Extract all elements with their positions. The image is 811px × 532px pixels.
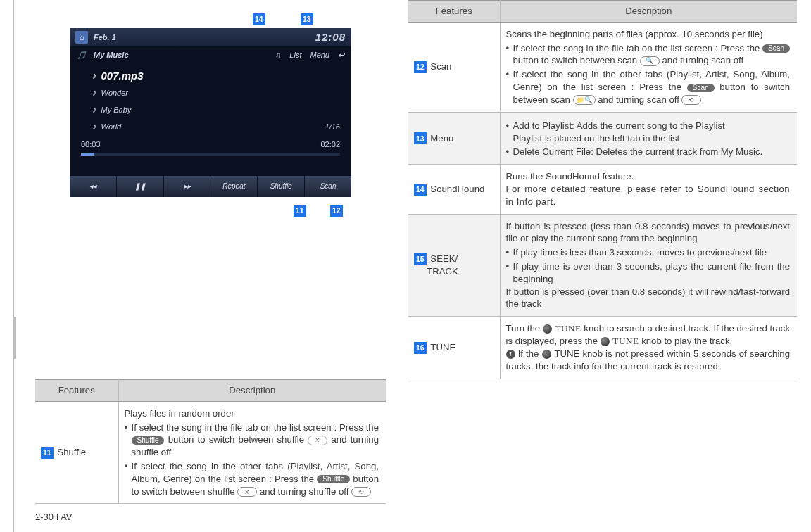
feature-cell-menu: 13 Menu — [408, 112, 500, 164]
callout-12: 12 — [330, 204, 343, 217]
left-column: 14 13 ⌂ Feb. 1 12:08 🎵 My Music ♫ List M… — [14, 0, 401, 532]
feature-cell-tune: 16 TUNE — [408, 317, 500, 379]
shuffle-pill: Shuffle — [132, 436, 165, 445]
ss-clock: 12:08 — [315, 30, 346, 44]
badge-11b: 11 — [41, 447, 54, 459]
callout-11: 11 — [294, 204, 306, 217]
row-shuffle: 11 Shuffle Plays files in random order I… — [35, 401, 386, 504]
soundhound-icon: ♫ — [275, 50, 281, 61]
callout-13: 13 — [301, 13, 313, 25]
home-icon: ⌂ — [75, 31, 88, 44]
row-seek-track: 15 SEEK/ TRACK If button is pressed (les… — [408, 214, 797, 317]
soundhound-note: For more detailed feature, please refer … — [506, 184, 791, 207]
ss-date: Feb. 1 — [94, 32, 116, 43]
th-features: Features — [408, 1, 500, 23]
tune-knob-icon — [543, 324, 552, 334]
feature-name: Menu — [430, 133, 453, 144]
table-header-row: Features Description — [35, 379, 386, 401]
feature-name: TUNE — [430, 342, 455, 353]
page-footer: 2-30 I AV — [35, 504, 386, 524]
scan-folder-icon: 📁🔍 — [573, 95, 596, 105]
note-icon: ♪ — [92, 70, 97, 82]
ss-title: My Music — [94, 50, 129, 61]
info-icon: i — [506, 350, 515, 359]
badge-14: 14 — [253, 13, 265, 25]
badge-11: 11 — [294, 205, 306, 217]
desc-cell-seek: If button is pressed (less than 0.8 seco… — [500, 214, 797, 317]
time-total: 02:02 — [320, 139, 340, 150]
shuffle-off-icon: ⟲ — [351, 487, 371, 497]
feature-cell-seek: 15 SEEK/ TRACK — [408, 214, 500, 317]
seek-intro: If button is pressed (less than 0.8 seco… — [506, 221, 791, 244]
shuffle-intro: Plays files in random order — [125, 408, 234, 419]
menu-bullet-1: Add to Playlist: Adds the current song t… — [506, 120, 791, 145]
features-table-right: Features Description 12 Scan Scans the b… — [408, 0, 797, 379]
ss-controls: ◂◂ ❚❚ ▸▸ Repeat Shuffle Scan — [70, 176, 351, 197]
desc-cell-menu: Add to Playlist: Adds the current song t… — [500, 112, 797, 164]
seek-bullet-1: If play time is less than 3 seconds, mov… — [506, 246, 791, 259]
badge-13: 13 — [301, 13, 313, 25]
ss-headerbar: 🎵 My Music ♫ List Menu ↩ — [70, 46, 351, 63]
note-icon: ♪ — [92, 120, 97, 133]
song-row: ♪World1/16 — [92, 118, 340, 135]
feature-cell-scan: 12 Scan — [408, 22, 500, 112]
ss-counter: 1/16 — [325, 122, 340, 132]
row-soundhound: 14 SoundHound Runs the SoundHound featur… — [408, 165, 797, 214]
music-icon: 🎵 — [77, 50, 87, 61]
callout-14: 14 — [253, 13, 265, 25]
shuffle-bullet-1: If select the song in the file tab on th… — [125, 422, 379, 459]
feature-name-line2: TRACK — [427, 266, 458, 277]
row-scan: 12 Scan Scans the beginning parts of fil… — [408, 22, 797, 112]
scan-icon: 🔍 — [640, 56, 660, 66]
tune-knob-icon — [601, 337, 610, 346]
tune-label: TUNE — [612, 336, 639, 346]
song-row: ♪Wonder — [92, 84, 340, 101]
right-column: Features Description 12 Scan Scans the b… — [401, 0, 811, 532]
page-left-margin — [0, 0, 14, 532]
ss-list: List — [289, 50, 301, 61]
feature-cell-soundhound: 14 SoundHound — [408, 165, 500, 214]
feature-name: SEEK/ — [430, 253, 458, 264]
feature-cell-shuffle: 11 Shuffle — [35, 401, 118, 504]
desc-cell-soundhound: Runs the SoundHound feature. For more de… — [500, 165, 797, 214]
row-menu: 13 Menu Add to Playlist: Adds the curren… — [408, 112, 797, 164]
badge-14b: 14 — [414, 184, 427, 196]
device-screenshot: ⌂ Feb. 1 12:08 🎵 My Music ♫ List Menu ↩ … — [70, 28, 351, 197]
feature-name: Shuffle — [57, 447, 86, 457]
row-tune: 16 TUNE Turn the TUNE knob to search a d… — [408, 317, 797, 379]
scan-intro: Scans the beginning parts of files (appr… — [506, 29, 763, 39]
seek-bullet-2: If play time is over than 3 seconds, pla… — [506, 260, 791, 286]
shuffle-bullet-2: If select the song in the other tabs (Pl… — [125, 460, 379, 498]
tune-knob-icon — [542, 350, 551, 359]
scan-pill: Scan — [687, 84, 715, 92]
callout-row-top: 14 13 — [70, 13, 351, 28]
badge-15: 15 — [414, 253, 427, 265]
scan-off-icon: ⟲ — [681, 95, 701, 105]
features-table-left: Features Description 11 Shuffle Plays fi… — [35, 379, 386, 505]
ss-progressbar — [81, 153, 340, 156]
badge-13b: 13 — [414, 132, 427, 144]
back-icon: ↩ — [338, 50, 344, 61]
scan-button: Scan — [305, 176, 351, 197]
badge-16: 16 — [414, 342, 427, 354]
seek-outro: If button is pressed (over than 0.8 seco… — [506, 286, 791, 310]
th-description: Description — [500, 1, 797, 23]
ss-statusbar: ⌂ Feb. 1 12:08 — [70, 28, 351, 46]
song-current: ♪007.mp3 — [92, 68, 340, 84]
feature-name: SoundHound — [430, 184, 484, 194]
next-button: ▸▸ — [164, 176, 211, 197]
shuffle-icon: ⤭ — [308, 436, 327, 445]
shuffle-pill: Shuffle — [317, 475, 350, 483]
note-icon: ♪ — [92, 103, 97, 116]
desc-cell-scan: Scans the beginning parts of files (appr… — [500, 22, 797, 112]
time-elapsed: 00:03 — [81, 139, 101, 150]
menu-subline: Playlist is placed on the left tab in th… — [513, 133, 680, 144]
ss-header-right: ♫ List Menu ↩ — [275, 50, 344, 61]
ss-menu: Menu — [310, 50, 329, 61]
pause-button: ❚❚ — [117, 176, 164, 197]
scan-pill: Scan — [762, 44, 790, 53]
song-row: ♪My Baby — [92, 101, 340, 118]
badge-12: 12 — [330, 205, 343, 217]
desc-cell-shuffle: Plays files in random order If select th… — [118, 401, 386, 504]
note-icon: ♪ — [92, 87, 97, 99]
